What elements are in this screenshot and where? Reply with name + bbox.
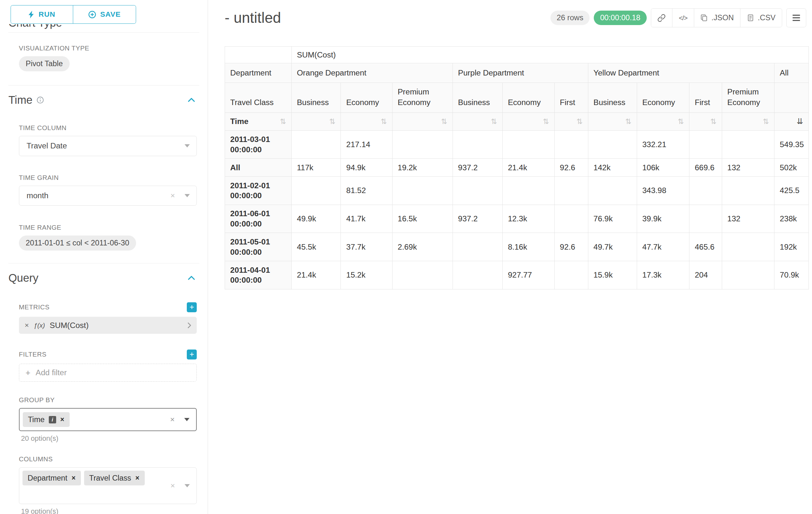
add-filter-dropzone[interactable]: + Add filter [19,364,197,382]
sort-toggle-icon[interactable]: ⇅ [678,118,684,125]
add-metric-button[interactable]: + [187,302,197,312]
time-column-label: TIME COLUMN [19,124,199,132]
columns-value: Department [28,474,67,483]
value-cell [722,233,775,261]
time-grain-select[interactable]: month × [19,186,197,206]
value-cell: 49.9k [291,205,341,233]
sort-toggle-icon[interactable]: ⇅ [441,118,447,125]
sort-toggle-icon[interactable]: ⇅ [710,118,716,125]
chevron-up-icon[interactable] [188,98,195,102]
sort-cell: ⇅ [588,113,637,131]
value-cell [722,177,775,205]
divider [8,85,199,85]
value-cell [502,177,555,205]
plus-icon: + [25,369,30,377]
sort-toggle-icon[interactable]: ⇅ [625,118,631,125]
row-dimension-header: Time⇅ [225,113,291,131]
chart-title: - untitled [225,10,546,26]
clear-icon[interactable]: × [170,192,175,200]
sort-toggle-icon[interactable]: ⇅ [381,118,387,125]
column-leaf-header: Premium Economy [722,83,775,112]
value-cell [453,261,502,290]
time-section-header[interactable]: Time [8,94,199,106]
column-leaf-header: Economy [341,83,392,112]
visualization-type-value[interactable]: Pivot Table [19,56,70,71]
caret-down-icon [184,418,190,421]
sort-cell: ⇅ [392,113,453,131]
sort-cell: ⇅ [637,113,689,131]
remove-value-icon[interactable]: × [60,416,64,423]
sort-header-row: Time⇅⇅⇅⇅⇅⇅⇅⇅⇅⇅⇅⇊ [225,113,809,131]
columns-select[interactable]: Department × Travel Class × × [19,467,197,504]
remove-metric-icon[interactable]: × [25,322,29,329]
chevron-up-icon[interactable] [188,276,195,280]
query-section-header[interactable]: Query [8,272,199,284]
value-cell: 37.7k [341,233,392,261]
embed-code-button[interactable]: </> [672,9,694,27]
run-button[interactable]: RUN [10,5,74,23]
column-leaf-header: First [689,83,722,112]
metrics-label-row: METRICS + [19,302,197,312]
value-cell: 12.3k [502,205,555,233]
lightning-icon [29,10,34,19]
value-cell: 92.6 [555,233,588,261]
value-cell [453,177,502,205]
column-info-icon[interactable]: i [49,416,56,424]
value-cell [555,130,588,159]
sort-toggle-icon[interactable]: ⇅ [763,118,769,125]
export-json-button[interactable]: .JSON [694,9,740,27]
remove-value-icon[interactable]: × [71,475,76,482]
chart-menu-button[interactable] [786,8,806,27]
run-button-label: RUN [38,10,55,19]
column-leaf-header: First [555,83,588,112]
export-button-group: </> .JSON .CSV [651,8,782,27]
sort-toggle-icon[interactable]: ⇅ [329,118,336,125]
sort-desc-icon[interactable]: ⇊ [796,117,803,126]
value-cell [392,261,453,290]
row-dimension-label: Time [230,117,249,126]
table-row: 2011-05-01 00:00:0045.5k37.7k2.69k8.16k9… [225,233,809,261]
metric-value: SUM(Cost) [50,321,89,330]
table-row: 2011-06-01 00:00:0049.9k41.7k16.5k937.21… [225,205,809,233]
time-range-value[interactable]: 2011-01-01 ≤ col < 2011-06-30 [19,236,136,250]
copy-link-button[interactable] [651,9,672,27]
sort-toggle-icon[interactable]: ⇅ [543,118,549,125]
control-panel-sidebar: RUN SAVE Chart Type VISUALIZATION TYPE P… [0,0,208,514]
time-column-select[interactable]: Travel Date [19,136,197,156]
metric-pill[interactable]: × ƒ(x) SUM(Cost) [19,317,197,333]
divider [8,263,199,264]
clear-all-icon[interactable]: × [170,482,175,490]
value-cell: 425.5 [775,177,809,205]
time-grain-label: TIME GRAIN [19,174,199,182]
value-cell: 332.21 [637,130,689,159]
value-cell: 132 [722,159,775,177]
group-by-select[interactable]: Time i × × [19,408,197,431]
sort-toggle-icon[interactable]: ⇅ [280,118,286,125]
value-cell [392,177,453,205]
row-header: 2011-04-01 00:00:00 [225,261,291,290]
sidebar-topbar: RUN SAVE [8,0,199,24]
pivot-table: SUM(Cost)DepartmentOrange DepartmentPurp… [225,46,809,290]
column-group-header: Purple Department [453,63,588,83]
col-dimension-label: Travel Class [225,83,291,112]
sort-toggle-icon[interactable]: ⇅ [576,118,582,125]
value-cell: 937.2 [453,159,502,177]
value-cell: 15.9k [588,261,637,290]
value-cell: 217.14 [341,130,392,159]
save-button[interactable]: SAVE [73,5,136,23]
value-cell [588,130,637,159]
group-header-row: DepartmentOrange DepartmentPurple Depart… [225,63,809,83]
hamburger-menu-icon [792,14,801,22]
query-section-title: Query [8,272,38,284]
remove-value-icon[interactable]: × [136,475,139,482]
value-cell: 549.35 [775,130,809,159]
table-row: 2011-04-01 00:00:0021.4k15.2k927.7715.9k… [225,261,809,290]
add-filter-button[interactable]: + [187,350,197,359]
column-leaf-header [775,83,809,112]
clear-all-icon[interactable]: × [170,416,175,424]
sort-toggle-icon[interactable]: ⇅ [491,118,497,125]
export-csv-button[interactable]: .CSV [740,9,782,27]
time-column-value: Travel Date [27,141,67,150]
group-by-label: GROUP BY [19,396,199,404]
caret-down-icon [184,484,190,487]
